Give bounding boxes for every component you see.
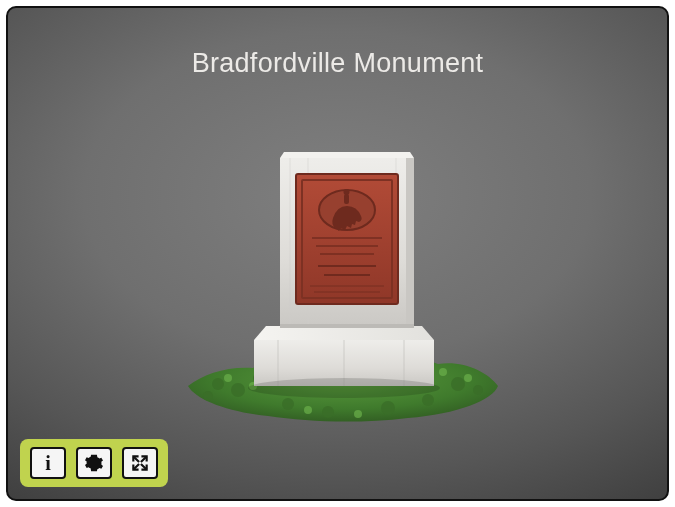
info-icon: i [45, 453, 51, 473]
svg-line-41 [134, 457, 138, 461]
svg-point-33 [343, 189, 349, 195]
info-button[interactable]: i [30, 447, 66, 479]
svg-marker-16 [254, 326, 434, 340]
svg-point-0 [212, 378, 224, 390]
svg-point-8 [322, 406, 334, 418]
svg-line-43 [142, 465, 146, 469]
model-title: Bradfordville Monument [8, 48, 667, 79]
model-scene[interactable] [158, 128, 518, 428]
svg-point-15 [304, 406, 312, 414]
svg-point-10 [224, 374, 232, 382]
svg-rect-32 [344, 194, 349, 204]
svg-point-9 [203, 391, 213, 401]
fullscreen-icon [130, 453, 150, 473]
viewer-toolbar: i [20, 439, 168, 487]
svg-marker-22 [280, 152, 414, 158]
svg-line-44 [134, 465, 138, 469]
svg-point-13 [439, 368, 447, 376]
svg-point-6 [282, 398, 294, 410]
svg-point-3 [451, 377, 465, 391]
svg-point-21 [248, 378, 440, 398]
viewer-frame[interactable]: Bradfordville Monument [6, 6, 669, 501]
svg-point-4 [473, 385, 483, 395]
svg-point-7 [381, 401, 395, 415]
svg-rect-24 [406, 158, 414, 328]
svg-point-14 [354, 410, 362, 418]
svg-point-12 [464, 374, 472, 382]
svg-rect-28 [280, 324, 414, 328]
svg-point-1 [231, 383, 245, 397]
fullscreen-button[interactable] [122, 447, 158, 479]
settings-button[interactable] [76, 447, 112, 479]
svg-line-42 [142, 457, 146, 461]
gear-icon [84, 453, 104, 473]
svg-point-5 [422, 394, 434, 406]
monument-illustration [158, 128, 518, 428]
